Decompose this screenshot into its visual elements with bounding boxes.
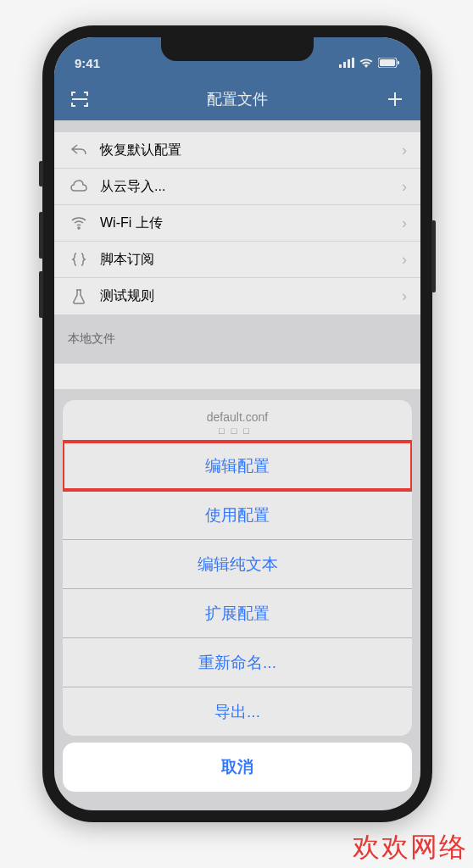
screen: 9:41 配置文件 恢复默认配置 › 从云导 — [54, 37, 420, 810]
mute-switch — [39, 161, 43, 186]
sheet-extend-config[interactable]: 扩展配置 — [63, 588, 412, 637]
volume-down — [39, 271, 43, 318]
sheet-edit-config[interactable]: 编辑配置 — [63, 441, 412, 490]
sheet-item-label: 扩展配置 — [205, 603, 270, 625]
sheet-use-config[interactable]: 使用配置 — [63, 490, 412, 539]
sheet-title: default.conf — [63, 400, 412, 426]
sheet-export[interactable]: 导出... — [63, 687, 412, 736]
sheet-edit-plaintext[interactable]: 编辑纯文本 — [63, 539, 412, 588]
sheet-subtitle: □□□ — [63, 426, 412, 441]
power-button — [431, 220, 436, 292]
phone-frame: 9:41 配置文件 恢复默认配置 › 从云导 — [42, 25, 432, 822]
sheet-item-label: 使用配置 — [205, 504, 270, 526]
action-sheet: default.conf □□□ 编辑配置 使用配置 编辑纯文本 扩展配置 重新… — [63, 400, 412, 792]
sheet-rename[interactable]: 重新命名... — [63, 637, 412, 687]
sheet-item-label: 重新命名... — [198, 652, 276, 674]
cancel-label: 取消 — [221, 756, 253, 778]
sheet-item-label: 导出... — [214, 701, 260, 723]
notch — [161, 37, 314, 61]
sheet-item-label: 编辑配置 — [205, 455, 270, 477]
volume-up — [39, 212, 43, 259]
sheet-options-group: default.conf □□□ 编辑配置 使用配置 编辑纯文本 扩展配置 重新… — [63, 400, 412, 736]
watermark: 欢欢网络 — [353, 829, 468, 866]
sheet-item-label: 编辑纯文本 — [198, 554, 278, 576]
sheet-cancel-button[interactable]: 取消 — [63, 743, 412, 792]
